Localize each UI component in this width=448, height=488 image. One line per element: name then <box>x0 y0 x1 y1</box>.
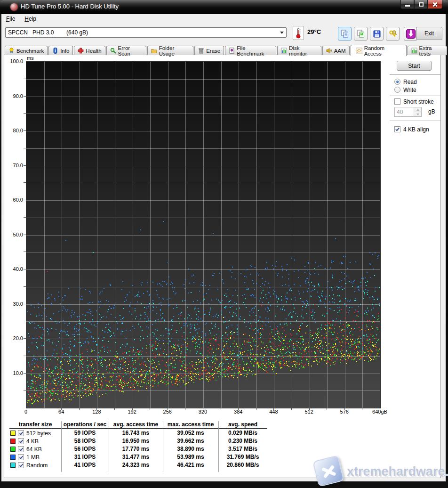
check-icon <box>395 127 400 132</box>
tabbar: Benchmark Info Health Error Scan Folder … <box>5 45 448 55</box>
column-separator <box>163 421 163 472</box>
panel-separator <box>390 74 440 75</box>
tab-info[interactable]: Info <box>48 46 73 55</box>
random-access-scatter-plot <box>26 61 381 408</box>
tab-benchmark[interactable]: Benchmark <box>5 46 48 55</box>
trash-icon <box>198 48 204 54</box>
tab-file-benchmark[interactable]: File Benchmark <box>225 46 276 55</box>
results-header-row: transfer size operations / sec avg. acce… <box>9 421 267 429</box>
titlebar[interactable]: HD Tune Pro 5.00 - Hard Disk Utility <box>0 0 448 14</box>
options-button[interactable] <box>386 27 400 41</box>
align-checkbox[interactable] <box>394 126 400 132</box>
maximize-button[interactable] <box>414 0 428 9</box>
series-checkbox[interactable] <box>18 438 24 444</box>
stroke-value: 40 <box>395 107 414 116</box>
folder-icon <box>151 48 157 54</box>
copy-icon <box>340 29 350 39</box>
table-row: Random 41 IOPS 46.421 ms 24.323 ms 46.42… <box>9 461 267 469</box>
menu-help[interactable]: Help <box>20 15 41 23</box>
tab-disk-monitor[interactable]: Disk monitor <box>277 46 321 55</box>
write-label: Write <box>403 87 416 93</box>
magnifier-icon <box>110 48 116 54</box>
save-button[interactable] <box>370 27 384 41</box>
menubar: File Help <box>1 14 446 23</box>
close-button[interactable] <box>428 0 442 9</box>
series-checkbox[interactable] <box>18 454 24 460</box>
y-axis-ticks <box>24 61 26 407</box>
stepper-down-icon[interactable] <box>414 112 421 116</box>
extra-tests-icon <box>411 48 417 54</box>
table-row: 4 KB 58 IOPS 16.950 ms 39.662 ms 0.230 M… <box>9 437 267 445</box>
app-window: HD Tune Pro 5.00 - Hard Disk Utility Fil… <box>0 0 448 488</box>
tab-aam[interactable]: AAM <box>322 46 350 55</box>
table-row: 1 MB 31 IOPS 31.477 ms 53.989 ms 31.769 … <box>9 453 267 461</box>
tab-health[interactable]: Health <box>74 46 105 55</box>
tab-extra-tests[interactable]: Extra tests <box>408 46 447 55</box>
y-axis-labels: 100.090.080.070.060.050.040.030.020.010.… <box>0 61 24 407</box>
short-stroke-size-stepper[interactable]: 40 <box>394 107 422 117</box>
column-separator <box>109 421 109 472</box>
table-row: 64 KB 56 IOPS 17.770 ms 38.890 ms 3.517 … <box>9 445 267 453</box>
legend-swatch <box>10 447 16 452</box>
legend-swatch <box>10 431 16 436</box>
benchmark-icon <box>8 48 15 54</box>
series-checkbox[interactable] <box>18 446 24 452</box>
panel-separator <box>390 121 440 121</box>
download-button[interactable] <box>404 27 417 41</box>
maximize-icon <box>419 2 424 7</box>
column-separator <box>61 421 62 472</box>
panel-separator <box>390 96 440 96</box>
short-stroke-checkbox[interactable] <box>394 98 400 105</box>
stepper-up-icon[interactable] <box>414 107 421 112</box>
stroke-unit-label: gB <box>428 108 435 115</box>
short-stroke-label: Short stroke <box>403 98 434 105</box>
close-icon <box>432 2 438 7</box>
tab-erase[interactable]: Erase <box>194 46 224 55</box>
legend-swatch <box>10 455 16 460</box>
save-icon <box>372 29 382 39</box>
keys-icon <box>388 29 398 39</box>
exit-button[interactable]: Exit <box>416 27 442 40</box>
chevron-down-icon <box>278 28 286 37</box>
series-checkbox[interactable] <box>18 462 24 468</box>
app-icon <box>10 3 18 11</box>
tab-error-scan[interactable]: Error Scan <box>106 46 146 55</box>
read-label: Read <box>403 79 417 85</box>
temperature-value: 29°C <box>307 28 321 35</box>
copy-button[interactable] <box>338 27 352 41</box>
x-axis-labels: 064128192256320384448512576640gB <box>26 409 380 415</box>
temperature-button[interactable] <box>293 26 304 40</box>
table-row: 512 bytes 59 IOPS 16.743 ms 39.052 ms 0.… <box>9 429 267 437</box>
minimize-button[interactable] <box>400 0 414 9</box>
info-icon <box>52 48 58 54</box>
start-button[interactable]: Start <box>397 61 432 71</box>
tab-folder-usage[interactable]: Folder Usage <box>147 46 194 55</box>
results-table: transfer size operations / sec avg. acce… <box>9 421 267 469</box>
menu-file[interactable]: File <box>1 15 20 23</box>
y-axis-unit-label: ms <box>27 55 34 61</box>
read-radio[interactable] <box>394 79 400 85</box>
window-controls <box>400 0 442 9</box>
copy-image-button[interactable] <box>354 27 368 41</box>
download-arrow-icon <box>406 29 416 39</box>
file-benchmark-icon <box>229 48 235 54</box>
copy-image-icon <box>356 29 366 39</box>
column-separator <box>218 421 219 472</box>
series-checkbox[interactable] <box>18 430 24 436</box>
thermometer-icon <box>296 27 301 39</box>
legend-swatch <box>10 439 16 444</box>
x-axis-ticks <box>26 408 380 410</box>
drive-select-value: SPCCN PHD 3.0 (640 gB) <box>6 29 278 36</box>
speaker-icon <box>326 48 332 54</box>
tab-random-access[interactable]: Random Access <box>351 45 407 56</box>
minimize-icon <box>405 5 410 7</box>
bar-chart-icon <box>281 48 287 54</box>
write-radio[interactable] <box>394 87 400 93</box>
watermark-text: xtremehardware.com <box>347 464 448 479</box>
drive-select-dropdown[interactable]: SPCCN PHD 3.0 (640 gB) <box>5 27 287 38</box>
toolbar: SPCCN PHD 3.0 (640 gB) 29°C <box>1 23 446 44</box>
health-cross-icon <box>78 48 84 54</box>
align-label: 4 KB align <box>403 126 429 133</box>
legend-swatch <box>10 463 16 468</box>
random-access-icon <box>356 48 362 54</box>
